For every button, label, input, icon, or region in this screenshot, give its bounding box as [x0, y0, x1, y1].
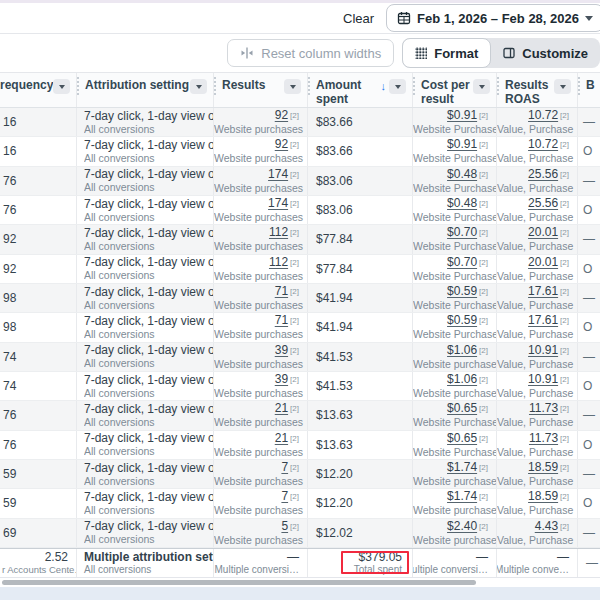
results-roas-link[interactable]: 20.01 — [528, 225, 558, 239]
cost-per-result-link[interactable]: $0.65 — [447, 431, 477, 445]
results-value-link[interactable]: 71 — [275, 313, 288, 327]
column-resize-handle[interactable] — [578, 77, 580, 95]
results-roas-link[interactable]: 10.91 — [528, 343, 558, 357]
column-header-cost-per-result[interactable]: Cost per result — [413, 73, 497, 107]
results-value-link[interactable]: 112 — [269, 225, 288, 239]
cost-per-result-link[interactable]: $0.70 — [447, 225, 477, 239]
cost-per-result-link[interactable]: $0.91 — [447, 137, 477, 151]
results-roas-cell: 10.72[2] Value, Purchase — [497, 137, 578, 165]
date-range-picker[interactable]: Feb 1, 2026 – Feb 28, 2026 — [386, 4, 600, 32]
results-roas-link[interactable]: 17.61 — [528, 313, 558, 327]
cost-per-result-link[interactable]: $0.59 — [447, 284, 477, 298]
results-value-link[interactable]: 5 — [281, 519, 288, 533]
cost-per-result-link[interactable]: $0.48 — [447, 167, 477, 181]
format-button[interactable]: Format — [402, 38, 491, 68]
table-row[interactable]: 76 7-day click, 1-day view o… All conver… — [0, 167, 600, 196]
table-row[interactable]: 59 7-day click, 1-day view o… All conver… — [0, 460, 600, 489]
results-value-link[interactable]: 21 — [275, 431, 288, 445]
frequency-header-menu[interactable] — [53, 79, 70, 94]
results-cell: 21[2] Website purchases — [214, 401, 308, 429]
results-roas-cell: 25.56[2] Value, Purchase — [497, 167, 578, 195]
table-row[interactable]: 76 7-day click, 1-day view o… All conver… — [0, 401, 600, 430]
cost-per-result-cell: $1.06[2] Website purchases — [413, 372, 497, 400]
cost-per-result-header-menu[interactable] — [473, 79, 490, 94]
cost-per-result-link[interactable]: $0.59 — [447, 313, 477, 327]
results-roas-link[interactable]: 18.59 — [528, 460, 558, 474]
table-row[interactable]: 76 7-day click, 1-day view o… All conver… — [0, 431, 600, 460]
results-roas-link[interactable]: 11.73 — [529, 431, 558, 445]
results-value-link[interactable]: 7 — [281, 489, 288, 503]
results-roas-link[interactable]: 10.72 — [528, 137, 558, 151]
results-roas-link[interactable]: 11.73 — [529, 401, 558, 415]
horizontal-scrollbar-thumb[interactable] — [2, 580, 476, 585]
table-row[interactable]: 92 7-day click, 1-day view o… All conver… — [0, 255, 600, 284]
customize-button[interactable]: Customize — [491, 38, 600, 68]
frequency-value: 69 — [3, 526, 16, 540]
results-roas-link[interactable]: 4.43 — [535, 519, 558, 533]
amount-spent-header-menu[interactable] — [389, 79, 406, 94]
frequency-cell: 59 — [0, 460, 77, 488]
results-roas-cell: 11.73[2] Value, Purchase — [497, 431, 578, 459]
results-roas-cell: 18.59[2] Value, Purchase — [497, 489, 578, 517]
cost-per-result-link[interactable]: $1.06 — [447, 372, 477, 386]
attribution-header-menu[interactable] — [190, 79, 207, 94]
table-row[interactable]: 74 7-day click, 1-day view o… All conver… — [0, 343, 600, 372]
column-resize-handle[interactable] — [413, 77, 415, 95]
table-row[interactable]: 98 7-day click, 1-day view o… All conver… — [0, 313, 600, 342]
total-spent-value: $379.05 — [359, 551, 402, 564]
column-header-frequency[interactable]: requency — [0, 73, 77, 107]
cost-per-result-link[interactable]: $1.74 — [447, 460, 477, 474]
column-header-results[interactable]: Results — [214, 73, 308, 107]
table-row[interactable]: 76 7-day click, 1-day view o… All conver… — [0, 196, 600, 225]
table-row[interactable]: 92 7-day click, 1-day view o… All conver… — [0, 225, 600, 254]
truncated-cell: O — [578, 137, 600, 165]
horizontal-scrollbar[interactable] — [0, 578, 600, 587]
results-value-link[interactable]: 112 — [269, 255, 288, 269]
results-roas-link[interactable]: 18.59 — [528, 489, 558, 503]
cost-per-result-link[interactable]: $2.40 — [447, 519, 477, 533]
column-resize-handle[interactable] — [497, 77, 499, 95]
frequency-value: 16 — [3, 144, 16, 158]
cost-per-result-link[interactable]: $1.06 — [447, 343, 477, 357]
results-value-link[interactable]: 21 — [275, 401, 288, 415]
table-row[interactable]: 98 7-day click, 1-day view o… All conver… — [0, 284, 600, 313]
results-value-link[interactable]: 174 — [268, 167, 288, 181]
table-row[interactable]: 74 7-day click, 1-day view o… All conver… — [0, 372, 600, 401]
results-roas-link[interactable]: 25.56 — [528, 167, 558, 181]
results-roas-link[interactable]: 10.91 — [528, 372, 558, 386]
results-value-link[interactable]: 7 — [281, 460, 288, 474]
results-roas-header-menu[interactable] — [554, 79, 571, 94]
results-value-link[interactable]: 92 — [275, 137, 288, 151]
table-row[interactable]: 16 7-day click, 1-day view o… All conver… — [0, 108, 600, 137]
results-value-link[interactable]: 39 — [275, 343, 288, 357]
cost-per-result-link[interactable]: $0.65 — [447, 401, 477, 415]
results-value-link[interactable]: 39 — [275, 372, 288, 386]
amount-spent-value: $83.06 — [316, 174, 353, 188]
column-resize-handle[interactable] — [214, 77, 216, 95]
column-header-truncated[interactable]: B — [578, 73, 600, 107]
cost-per-result-link[interactable]: $0.48 — [447, 196, 477, 210]
results-value-link[interactable]: 92 — [275, 108, 288, 122]
column-header-results-roas[interactable]: Results ROAS — [497, 73, 578, 107]
results-value-link[interactable]: 71 — [275, 284, 288, 298]
column-header-attribution-setting[interactable]: Attribution setting — [77, 73, 214, 107]
results-roas-link[interactable]: 17.61 — [528, 284, 558, 298]
clear-filters-button[interactable]: Clear — [343, 11, 374, 26]
table-row[interactable]: 59 7-day click, 1-day view o… All conver… — [0, 489, 600, 518]
column-resize-handle[interactable] — [77, 77, 79, 95]
cost-per-result-link[interactable]: $0.91 — [447, 108, 477, 122]
results-roas-link[interactable]: 10.72 — [528, 108, 558, 122]
cost-per-result-link[interactable]: $0.70 — [447, 255, 477, 269]
results-roas-link[interactable]: 25.56 — [528, 196, 558, 210]
column-resize-handle[interactable] — [308, 77, 310, 95]
cost-per-result-link[interactable]: $1.74 — [447, 489, 477, 503]
table-row[interactable]: 69 7-day click, 1-day view o… All conver… — [0, 519, 600, 548]
frequency-cell: 92 — [0, 255, 77, 283]
results-sublabel: Website purchases — [214, 387, 299, 399]
results-header-menu[interactable] — [284, 79, 301, 94]
results-value-link[interactable]: 174 — [268, 196, 288, 210]
results-roas-link[interactable]: 20.01 — [528, 255, 558, 269]
column-header-amount-spent[interactable]: Amount spent ↓ — [308, 73, 413, 107]
table-row[interactable]: 16 7-day click, 1-day view o… All conver… — [0, 137, 600, 166]
reset-column-widths-button[interactable]: Reset column widths — [227, 39, 394, 67]
